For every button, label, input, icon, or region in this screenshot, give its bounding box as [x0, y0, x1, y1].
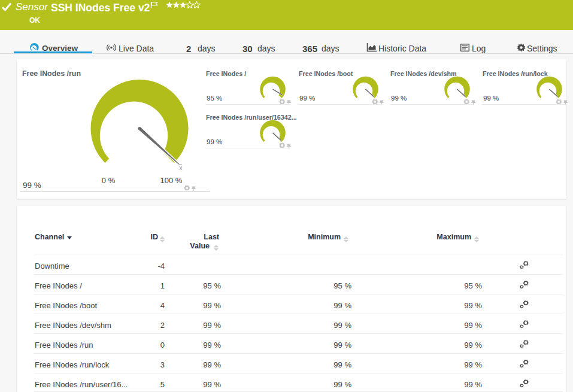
svg-text:x: x	[179, 164, 183, 171]
